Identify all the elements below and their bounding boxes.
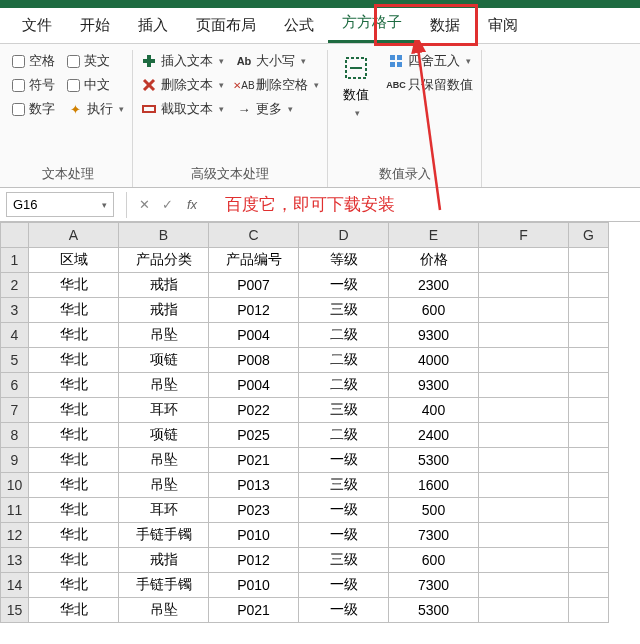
col-header-A[interactable]: A bbox=[29, 223, 119, 248]
cell-A4[interactable]: 华北 bbox=[29, 323, 119, 348]
tab-data[interactable]: 数据 bbox=[416, 8, 474, 43]
cell-A9[interactable]: 华北 bbox=[29, 448, 119, 473]
cell-E11[interactable]: 500 bbox=[389, 498, 479, 523]
btn-keep-num[interactable]: ABC只保留数值 bbox=[388, 76, 473, 94]
row-header-13[interactable]: 13 bbox=[1, 548, 29, 573]
cell-D7[interactable]: 三级 bbox=[299, 398, 389, 423]
cell-D8[interactable]: 二级 bbox=[299, 423, 389, 448]
cell-D11[interactable]: 一级 bbox=[299, 498, 389, 523]
cell-C10[interactable]: P013 bbox=[209, 473, 299, 498]
cell-C9[interactable]: P021 bbox=[209, 448, 299, 473]
cell-G8[interactable] bbox=[569, 423, 609, 448]
row-header-1[interactable]: 1 bbox=[1, 248, 29, 273]
cell-B5[interactable]: 项链 bbox=[119, 348, 209, 373]
cell-G14[interactable] bbox=[569, 573, 609, 598]
col-header-F[interactable]: F bbox=[479, 223, 569, 248]
cell-E14[interactable]: 7300 bbox=[389, 573, 479, 598]
cell-G4[interactable] bbox=[569, 323, 609, 348]
cell-F13[interactable] bbox=[479, 548, 569, 573]
row-header-15[interactable]: 15 bbox=[1, 598, 29, 623]
cell-D9[interactable]: 一级 bbox=[299, 448, 389, 473]
cell-G11[interactable] bbox=[569, 498, 609, 523]
cell-F11[interactable] bbox=[479, 498, 569, 523]
cell-C13[interactable]: P012 bbox=[209, 548, 299, 573]
cell-F8[interactable] bbox=[479, 423, 569, 448]
row-header-10[interactable]: 10 bbox=[1, 473, 29, 498]
cell-B10[interactable]: 吊坠 bbox=[119, 473, 209, 498]
cell-C8[interactable]: P025 bbox=[209, 423, 299, 448]
cell-F12[interactable] bbox=[479, 523, 569, 548]
cell-F10[interactable] bbox=[479, 473, 569, 498]
row-header-4[interactable]: 4 bbox=[1, 323, 29, 348]
tab-layout[interactable]: 页面布局 bbox=[182, 8, 270, 43]
cell-A13[interactable]: 华北 bbox=[29, 548, 119, 573]
cell-E7[interactable]: 400 bbox=[389, 398, 479, 423]
cell-G5[interactable] bbox=[569, 348, 609, 373]
cell-A14[interactable]: 华北 bbox=[29, 573, 119, 598]
cell-F15[interactable] bbox=[479, 598, 569, 623]
cell-A6[interactable]: 华北 bbox=[29, 373, 119, 398]
chk-space[interactable]: 空格 bbox=[12, 52, 55, 70]
tab-home[interactable]: 开始 bbox=[66, 8, 124, 43]
cell-G7[interactable] bbox=[569, 398, 609, 423]
cell-E10[interactable]: 1600 bbox=[389, 473, 479, 498]
cell-C14[interactable]: P010 bbox=[209, 573, 299, 598]
cell-B3[interactable]: 戒指 bbox=[119, 298, 209, 323]
cell-B13[interactable]: 戒指 bbox=[119, 548, 209, 573]
cell-E6[interactable]: 9300 bbox=[389, 373, 479, 398]
cell-C12[interactable]: P010 bbox=[209, 523, 299, 548]
cell-B2[interactable]: 戒指 bbox=[119, 273, 209, 298]
row-header-5[interactable]: 5 bbox=[1, 348, 29, 373]
cell-D13[interactable]: 三级 bbox=[299, 548, 389, 573]
cell-A7[interactable]: 华北 bbox=[29, 398, 119, 423]
tab-formula[interactable]: 公式 bbox=[270, 8, 328, 43]
cell-F3[interactable] bbox=[479, 298, 569, 323]
cell-B15[interactable]: 吊坠 bbox=[119, 598, 209, 623]
cell-D14[interactable]: 一级 bbox=[299, 573, 389, 598]
cell-G1[interactable] bbox=[569, 248, 609, 273]
cell-F9[interactable] bbox=[479, 448, 569, 473]
confirm-formula-icon[interactable]: ✓ bbox=[156, 197, 179, 212]
row-header-6[interactable]: 6 bbox=[1, 373, 29, 398]
col-header-G[interactable]: G bbox=[569, 223, 609, 248]
select-all-corner[interactable] bbox=[1, 223, 29, 248]
cell-C4[interactable]: P004 bbox=[209, 323, 299, 348]
cell-C1[interactable]: 产品编号 bbox=[209, 248, 299, 273]
row-header-14[interactable]: 14 bbox=[1, 573, 29, 598]
chk-chinese[interactable]: 中文 bbox=[67, 76, 124, 94]
cell-G13[interactable] bbox=[569, 548, 609, 573]
cell-C3[interactable]: P012 bbox=[209, 298, 299, 323]
row-header-11[interactable]: 11 bbox=[1, 498, 29, 523]
cell-A11[interactable]: 华北 bbox=[29, 498, 119, 523]
cell-B1[interactable]: 产品分类 bbox=[119, 248, 209, 273]
cell-C11[interactable]: P023 bbox=[209, 498, 299, 523]
cell-F7[interactable] bbox=[479, 398, 569, 423]
btn-round[interactable]: 四舍五入▾ bbox=[388, 52, 473, 70]
cell-A3[interactable]: 华北 bbox=[29, 298, 119, 323]
cell-A8[interactable]: 华北 bbox=[29, 423, 119, 448]
cell-A1[interactable]: 区域 bbox=[29, 248, 119, 273]
row-header-7[interactable]: 7 bbox=[1, 398, 29, 423]
cell-E4[interactable]: 9300 bbox=[389, 323, 479, 348]
cell-D1[interactable]: 等级 bbox=[299, 248, 389, 273]
row-header-3[interactable]: 3 bbox=[1, 298, 29, 323]
cell-E15[interactable]: 5300 bbox=[389, 598, 479, 623]
row-header-2[interactable]: 2 bbox=[1, 273, 29, 298]
cell-E9[interactable]: 5300 bbox=[389, 448, 479, 473]
cell-E12[interactable]: 7300 bbox=[389, 523, 479, 548]
cell-F6[interactable] bbox=[479, 373, 569, 398]
cell-G12[interactable] bbox=[569, 523, 609, 548]
cell-E13[interactable]: 600 bbox=[389, 548, 479, 573]
cell-D5[interactable]: 二级 bbox=[299, 348, 389, 373]
btn-case[interactable]: Ab大小写▾ bbox=[236, 52, 319, 70]
cell-G15[interactable] bbox=[569, 598, 609, 623]
cell-F5[interactable] bbox=[479, 348, 569, 373]
col-header-E[interactable]: E bbox=[389, 223, 479, 248]
cell-D12[interactable]: 一级 bbox=[299, 523, 389, 548]
chk-english[interactable]: 英文 bbox=[67, 52, 124, 70]
row-header-9[interactable]: 9 bbox=[1, 448, 29, 473]
cell-B9[interactable]: 吊坠 bbox=[119, 448, 209, 473]
fx-icon[interactable]: fx bbox=[179, 197, 205, 212]
cell-B6[interactable]: 吊坠 bbox=[119, 373, 209, 398]
cell-A10[interactable]: 华北 bbox=[29, 473, 119, 498]
